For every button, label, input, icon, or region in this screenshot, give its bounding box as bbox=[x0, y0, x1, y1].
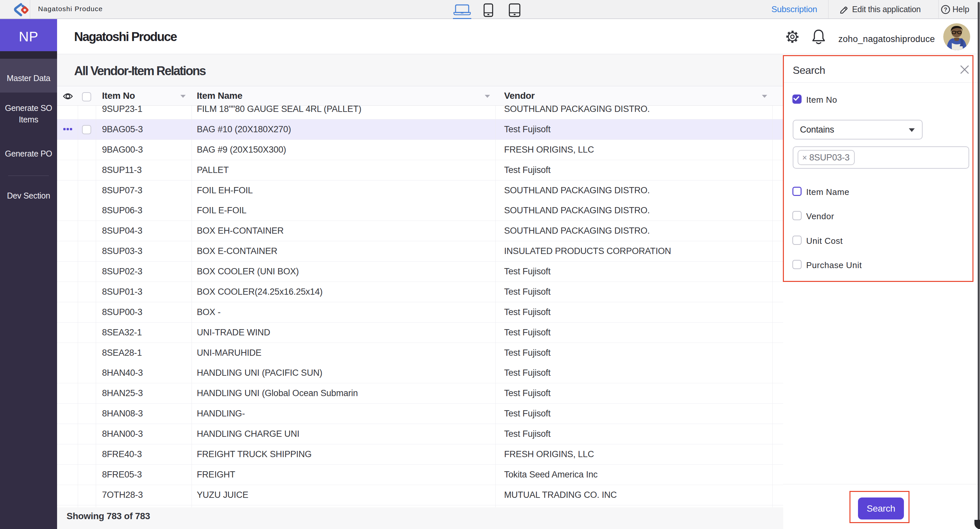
svg-text:?: ? bbox=[944, 6, 947, 13]
